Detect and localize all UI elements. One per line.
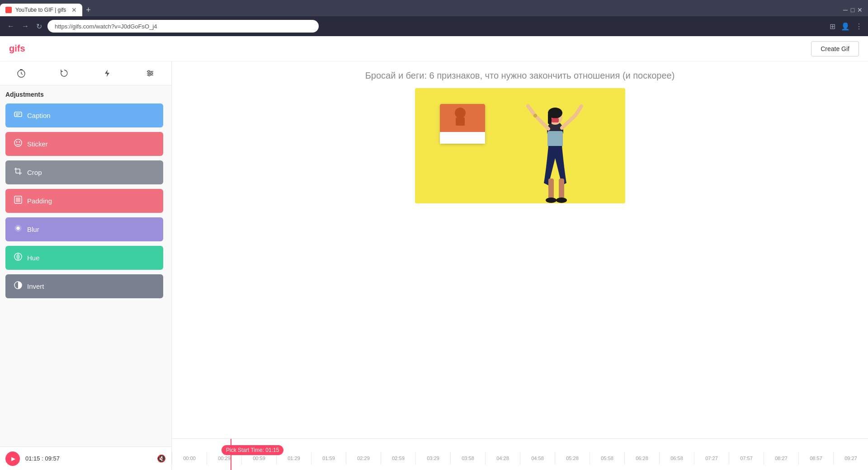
svg-rect-22 <box>16 197 20 202</box>
svg-rect-47 <box>547 131 563 147</box>
crop-label: Crop <box>27 169 42 176</box>
maximize-button[interactable]: □ <box>850 7 855 13</box>
svg-rect-11 <box>14 112 22 117</box>
back-button[interactable]: ← <box>5 21 16 31</box>
timer-icon <box>17 69 26 78</box>
refresh-button[interactable]: ↻ <box>34 21 44 32</box>
time-marker-18[interactable]: 08:57 <box>798 452 833 465</box>
crop-icon <box>14 167 23 178</box>
svg-marker-4 <box>105 70 109 77</box>
svg-rect-33 <box>456 118 465 126</box>
time-marker-11[interactable]: 05:28 <box>555 452 590 465</box>
svg-point-52 <box>533 114 537 118</box>
sticker-label: Sticker <box>27 140 48 148</box>
time-marker-7[interactable]: 03:29 <box>415 452 450 465</box>
menu-icon[interactable]: ⋮ <box>855 22 863 31</box>
svg-point-9 <box>151 72 152 74</box>
mute-button[interactable]: 🔇 <box>157 454 166 463</box>
svg-rect-42 <box>552 118 559 122</box>
time-marker-5[interactable]: 02:29 <box>346 452 381 465</box>
svg-point-15 <box>16 141 18 143</box>
player-bar: ▶ 01:15 : 09:57 🔇 <box>0 446 171 470</box>
sidebar-tab-adjust[interactable] <box>128 65 171 81</box>
time-marker-10[interactable]: 04:58 <box>520 452 555 465</box>
adjustment-sticker[interactable]: Sticker <box>5 132 163 156</box>
svg-line-3 <box>21 74 23 75</box>
sticker-icon <box>14 138 23 150</box>
flash-icon <box>103 69 112 78</box>
svg-rect-49 <box>559 179 564 199</box>
sidebar-tab-flash[interactable] <box>86 65 129 81</box>
tab-bar: YouTube to GIF | gifs ✕ + ─ □ ✕ <box>0 0 868 16</box>
main-layout: Adjustments Caption Sticker <box>0 61 868 470</box>
svg-point-51 <box>556 197 567 203</box>
create-gif-button[interactable]: Create Gif <box>811 41 859 56</box>
time-marker-16[interactable]: 07:57 <box>729 452 764 465</box>
time-marker-13[interactable]: 06:28 <box>624 452 659 465</box>
active-tab[interactable]: YouTube to GIF | gifs ✕ <box>0 4 82 16</box>
window-controls: ─ □ ✕ <box>843 7 868 13</box>
time-marker-15[interactable]: 07:27 <box>694 452 729 465</box>
app-container: gifs Create Gif <box>0 36 868 470</box>
adjust-icon <box>146 69 155 78</box>
svg-point-50 <box>546 197 557 203</box>
video-frame: ♥ 432 <box>415 88 625 203</box>
adjustment-crop[interactable]: Crop <box>5 160 163 184</box>
time-marker-19[interactable]: 09:27 <box>833 452 868 465</box>
invert-icon <box>14 281 23 292</box>
adjustments-panel: Adjustments Caption Sticker <box>0 85 171 446</box>
time-marker-4[interactable]: 01:59 <box>311 452 346 465</box>
caption-label: Caption <box>27 112 51 119</box>
svg-point-32 <box>455 108 466 118</box>
sidebar: Adjustments Caption Sticker <box>0 61 172 470</box>
url-input[interactable]: https://gifs.com/watch?v=J0dGoFsO_j4 <box>47 20 319 33</box>
svg-point-8 <box>148 70 150 72</box>
start-time-badge[interactable]: Pick Start Time: 01:15 <box>222 445 283 455</box>
new-tab-button[interactable]: + <box>82 5 94 15</box>
blur-icon <box>14 224 23 235</box>
invert-label: Invert <box>27 282 44 290</box>
adjustment-hue[interactable]: Hue <box>5 246 163 270</box>
close-button[interactable]: ✕ <box>857 7 863 13</box>
app-nav: gifs Create Gif <box>0 36 868 61</box>
extensions-icon[interactable]: ⊞ <box>830 22 835 31</box>
sidebar-tab-replay[interactable] <box>43 65 86 81</box>
blur-label: Blur <box>27 226 39 233</box>
padding-label: Padding <box>27 197 52 205</box>
time-display: 01:15 : 09:57 <box>25 455 60 462</box>
time-marker-17[interactable]: 08:27 <box>764 452 798 465</box>
forward-button[interactable]: → <box>20 21 31 31</box>
svg-point-10 <box>148 74 150 76</box>
video-container: ♥ 432 <box>172 88 868 438</box>
time-marker-0[interactable]: 00:00 <box>172 452 207 465</box>
tab-close-button[interactable]: ✕ <box>71 6 77 14</box>
profile-icon[interactable]: 👤 <box>841 22 850 31</box>
sidebar-icon-tabs <box>0 61 171 85</box>
url-text: https://gifs.com/watch?v=J0dGoFsO_j4 <box>55 23 157 30</box>
replay-icon <box>60 69 69 78</box>
app-logo: gifs <box>9 43 25 54</box>
play-icon: ▶ <box>11 456 15 462</box>
time-marker-9[interactable]: 04:28 <box>485 452 520 465</box>
tab-favicon <box>5 7 12 13</box>
timeline-area[interactable]: Pick Start Time: 01:15 00:00 00:29 00:59… <box>172 438 868 470</box>
svg-point-16 <box>19 141 20 143</box>
time-marker-12[interactable]: 05:58 <box>590 452 624 465</box>
time-marker-8[interactable]: 03:58 <box>450 452 485 465</box>
hue-icon <box>14 252 23 263</box>
video-title: Бросай и беги: 6 признаков, что нужно за… <box>172 61 868 88</box>
adjustment-padding[interactable]: Padding <box>5 189 163 213</box>
sidebar-tab-timer[interactable] <box>0 65 43 81</box>
play-button[interactable]: ▶ <box>5 451 20 466</box>
svg-rect-37 <box>440 142 485 144</box>
address-bar: ← → ↻ https://gifs.com/watch?v=J0dGoFsO_… <box>0 16 868 36</box>
time-marker-6[interactable]: 02:59 <box>381 452 415 465</box>
adjustment-blur[interactable]: Blur <box>5 217 163 241</box>
minimize-button[interactable]: ─ <box>843 7 848 13</box>
svg-rect-41 <box>548 113 552 124</box>
total-time: 09:57 <box>45 455 60 462</box>
adjustment-caption[interactable]: Caption <box>5 103 163 127</box>
svg-point-14 <box>14 139 22 146</box>
adjustment-invert[interactable]: Invert <box>5 274 163 298</box>
time-marker-14[interactable]: 06:58 <box>659 452 694 465</box>
